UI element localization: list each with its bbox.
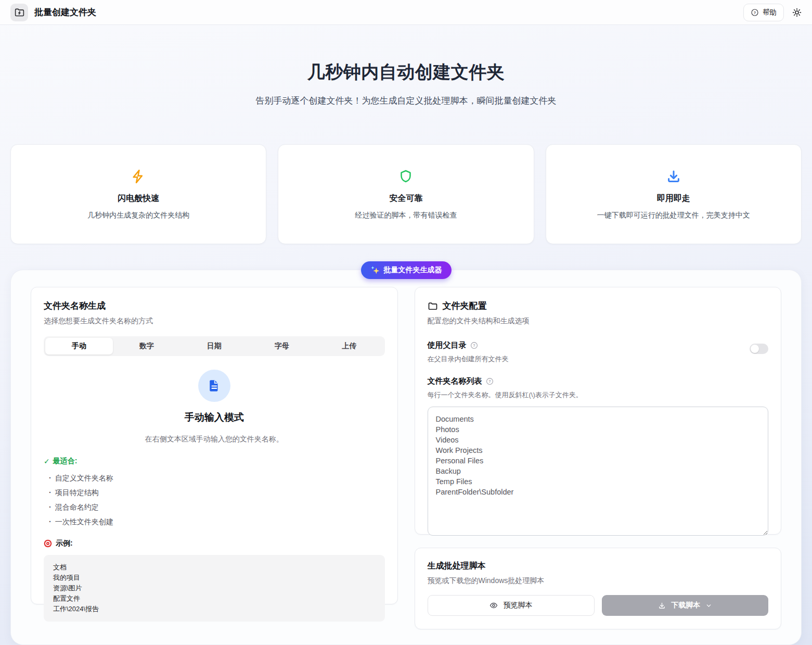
tab-manual[interactable]: 手动 <box>45 338 113 355</box>
example-line: 资源\图片 <box>53 583 376 593</box>
list-item: 自定义文件夹名称 <box>44 471 385 486</box>
page-title: 批量创建文件夹 <box>34 6 96 18</box>
best-for-list: 自定义文件夹名称 项目特定结构 混合命名约定 一次性文件夹创建 <box>44 471 385 529</box>
folder-list-label-row: 文件夹名称列表 ? <box>428 376 769 386</box>
feature-card-safe: 安全可靠 经过验证的脚本，带有错误检查 <box>278 144 534 244</box>
feature-card-ready: 即用即走 一键下载即可运行的批处理文件，完美支持中文 <box>546 144 802 244</box>
folder-config-title: 文件夹配置 <box>443 300 487 312</box>
file-text-icon <box>207 378 222 394</box>
target-icon <box>44 539 52 548</box>
example-line: 文档 <box>53 562 376 573</box>
hero-section: 几秒钟内自动创建文件夹 告别手动逐个创建文件夹！为您生成自定义批处理脚本，瞬间批… <box>0 25 812 144</box>
examples-heading-label: 示例: <box>56 539 73 548</box>
sparkles-icon <box>370 265 380 275</box>
generator-badge-label: 批量文件夹生成器 <box>384 265 442 275</box>
download-script-button[interactable]: 下载脚本 <box>602 595 768 616</box>
examples-heading: 示例: <box>44 539 385 548</box>
manual-mode-section: 手动输入模式 在右侧文本区域手动输入您的文件夹名称。 <box>44 370 385 444</box>
tab-upload[interactable]: 上传 <box>316 338 383 355</box>
parent-dir-row: 使用父目录 ? 在父目录内创建所有文件夹 <box>428 340 769 364</box>
example-line: 我的项目 <box>53 573 376 583</box>
document-icon-circle <box>198 370 230 402</box>
header-right: ? 帮助 <box>743 4 802 21</box>
tab-letters[interactable]: 字母 <box>248 338 316 355</box>
example-line: 工作\2024\报告 <box>53 604 376 614</box>
name-generation-title: 文件夹名称生成 <box>44 300 385 312</box>
folder-config-subtitle: 配置您的文件夹结构和生成选项 <box>428 317 769 326</box>
folder-list-desc: 每行一个文件夹名称。使用反斜杠(\)表示子文件夹。 <box>428 390 769 400</box>
check-icon: ✓ <box>44 457 50 465</box>
hero-title: 几秒钟内自动创建文件夹 <box>0 60 812 83</box>
parent-dir-label: 使用父目录 <box>428 340 467 350</box>
example-line: 配置文件 <box>53 593 376 604</box>
folder-config-panel: 文件夹配置 配置您的文件夹结构和生成选项 使用父目录 ? <box>415 287 782 535</box>
help-button[interactable]: ? 帮助 <box>743 4 784 21</box>
download-icon <box>658 602 666 610</box>
preview-script-button[interactable]: 预览脚本 <box>428 595 595 616</box>
script-buttons: 预览脚本 下载脚本 <box>428 595 769 616</box>
generator-container: 批量文件夹生成器 文件夹名称生成 选择您想要生成文件夹名称的方式 手动 数字 日… <box>10 270 802 645</box>
sun-icon <box>792 8 802 17</box>
folder-icon <box>428 301 438 311</box>
script-subtitle: 预览或下载您的Windows批处理脚本 <box>428 576 769 586</box>
hero-subtitle: 告别手动逐个创建文件夹！为您生成自定义批处理脚本，瞬间批量创建文件夹 <box>227 94 586 108</box>
preview-script-label: 预览脚本 <box>503 601 532 610</box>
header-left: 批量创建文件夹 <box>10 4 96 21</box>
page: 批量创建文件夹 ? 帮助 <box>0 0 812 645</box>
feature-desc: 几秒钟内生成复杂的文件夹结构 <box>87 211 189 220</box>
list-item: 项目特定结构 <box>44 486 385 500</box>
parent-dir-desc: 在父目录内创建所有文件夹 <box>428 355 509 364</box>
name-generation-panel: 文件夹名称生成 选择您想要生成文件夹名称的方式 手动 数字 日期 字母 上传 <box>31 287 398 604</box>
parent-dir-label-row: 使用父目录 ? <box>428 340 509 350</box>
list-item: 混合命名约定 <box>44 500 385 515</box>
question-circle-icon[interactable]: ? <box>470 342 478 349</box>
best-for-section: ✓ 最适合: 自定义文件夹名称 项目特定结构 混合命名约定 一次性文件夹创建 <box>44 457 385 529</box>
manual-mode-desc: 在右侧文本区域手动输入您的文件夹名称。 <box>44 435 385 444</box>
best-for-heading: ✓ 最适合: <box>44 457 385 466</box>
svg-text:?: ? <box>754 10 756 15</box>
eye-icon <box>489 601 498 610</box>
manual-mode-title: 手动输入模式 <box>44 411 385 424</box>
feature-card-fast: 闪电般快速 几秒钟内生成复杂的文件夹结构 <box>10 144 266 244</box>
script-title: 生成批处理脚本 <box>428 561 769 572</box>
svg-text:?: ? <box>473 344 475 348</box>
chevron-down-icon <box>705 602 712 609</box>
mode-tabs: 手动 数字 日期 字母 上传 <box>44 336 385 356</box>
feature-title: 安全可靠 <box>389 193 422 204</box>
right-column: 文件夹配置 配置您的文件夹结构和生成选项 使用父目录 ? <box>415 287 782 644</box>
feature-title: 即用即走 <box>657 193 690 204</box>
shield-icon <box>398 169 414 184</box>
folder-config-header: 文件夹配置 <box>428 300 769 312</box>
tab-numbers[interactable]: 数字 <box>113 338 181 355</box>
theme-toggle-button[interactable] <box>792 8 802 17</box>
lightning-icon <box>131 169 146 184</box>
header-bar: 批量创建文件夹 ? 帮助 <box>0 0 812 25</box>
app-logo <box>10 4 28 21</box>
feature-desc: 一键下载即可运行的批处理文件，完美支持中文 <box>597 211 750 220</box>
download-script-label: 下载脚本 <box>671 601 700 610</box>
help-button-label: 帮助 <box>763 8 777 17</box>
parent-dir-toggle[interactable] <box>750 344 768 354</box>
best-for-heading-label: 最适合: <box>53 457 78 466</box>
feature-desc: 经过验证的脚本，带有错误检查 <box>355 211 457 220</box>
folder-list-label: 文件夹名称列表 <box>428 376 482 386</box>
tab-dates[interactable]: 日期 <box>181 338 248 355</box>
folder-names-textarea[interactable]: Documents Photos Videos Work Projects Pe… <box>428 407 769 536</box>
examples-box: 文档 我的项目 资源\图片 配置文件 工作\2024\报告 <box>44 555 385 622</box>
parent-dir-texts: 使用父目录 ? 在父目录内创建所有文件夹 <box>428 340 509 364</box>
script-panel: 生成批处理脚本 预览或下载您的Windows批处理脚本 预览脚本 <box>415 548 782 629</box>
question-circle-icon: ? <box>751 8 759 17</box>
folder-lightning-icon <box>14 7 25 18</box>
name-generation-subtitle: 选择您想要生成文件夹名称的方式 <box>44 317 385 326</box>
list-item: 一次性文件夹创建 <box>44 515 385 529</box>
svg-text:?: ? <box>488 380 491 384</box>
generator-badge: 批量文件夹生成器 <box>361 261 452 279</box>
feature-title: 闪电般快速 <box>118 193 159 204</box>
folder-list-block: 文件夹名称列表 ? 每行一个文件夹名称。使用反斜杠(\)表示子文件夹。 Docu… <box>428 376 769 538</box>
feature-cards: 闪电般快速 几秒钟内生成复杂的文件夹结构 安全可靠 经过验证的脚本，带有错误检查… <box>0 144 812 244</box>
question-circle-icon[interactable]: ? <box>486 377 494 385</box>
toggle-knob <box>751 345 759 353</box>
download-icon <box>666 169 681 184</box>
